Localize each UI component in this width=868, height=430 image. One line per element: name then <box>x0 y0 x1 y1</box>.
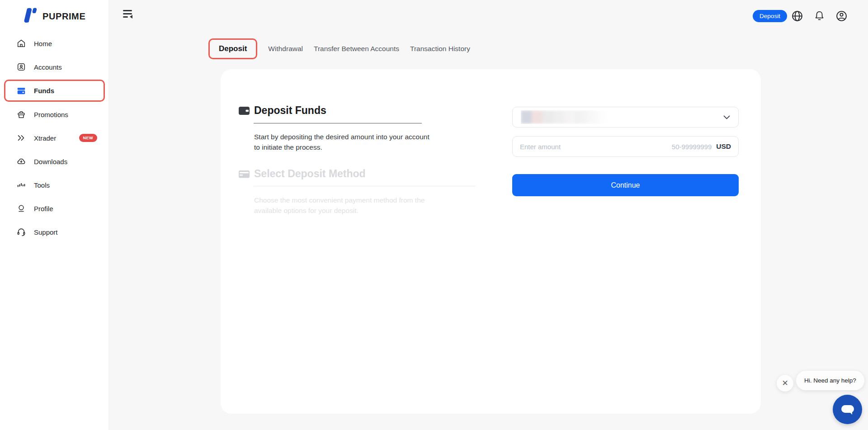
tab-withdrawal[interactable]: Withdrawal <box>268 45 303 53</box>
close-icon: ✕ <box>782 378 788 388</box>
tab-transaction-history[interactable]: Transaction History <box>410 45 470 53</box>
tab-deposit[interactable]: Deposit <box>208 38 257 59</box>
sidebar-item-tools[interactable]: Tools <box>0 173 109 197</box>
brand-logo[interactable]: PUPRIME <box>0 0 108 25</box>
sidebar-item-label: Promotions <box>34 111 68 118</box>
sidebar-item-label: Accounts <box>34 63 62 71</box>
deposit-funds-title: Deposit Funds <box>254 104 326 117</box>
downloads-icon <box>16 156 26 166</box>
amount-input[interactable] <box>520 143 667 151</box>
funds-tabs: Deposit Withdrawal Transfer Between Acco… <box>208 38 470 59</box>
chat-greeting-bubble[interactable]: Hi. Need any help? <box>796 371 864 390</box>
sidebar-item-label: Funds <box>34 87 54 95</box>
chevron-down-icon <box>723 115 730 119</box>
sidebar-item-funds[interactable]: Funds <box>4 80 105 102</box>
tools-icon <box>16 180 26 190</box>
sidebar-item-promotions[interactable]: Promotions <box>0 103 109 126</box>
currency-label: USD <box>716 142 731 151</box>
sidebar-item-profile[interactable]: Profile <box>0 197 109 220</box>
sidebar: PUPRIME Home Accou <box>0 0 109 430</box>
deposit-card: Deposit Funds Start by depositing the de… <box>221 69 761 414</box>
funds-icon <box>16 86 26 96</box>
promotions-icon <box>16 109 26 119</box>
chat-launcher-button[interactable] <box>833 395 862 424</box>
app-root: PUPRIME Home Accou <box>0 0 868 430</box>
puprime-logo-icon <box>23 7 38 25</box>
sidebar-item-accounts[interactable]: Accounts <box>0 55 109 79</box>
sidebar-item-label: Profile <box>34 205 53 213</box>
select-method-divider <box>254 186 475 186</box>
bell-icon <box>813 10 826 22</box>
brand-name: PUPRIME <box>42 11 85 22</box>
sidebar-item-downloads[interactable]: Downloads <box>0 150 109 173</box>
sidebar-item-support[interactable]: Support <box>0 220 109 244</box>
language-globe-button[interactable] <box>790 9 804 23</box>
support-icon <box>16 227 26 237</box>
sidebar-item-home[interactable]: Home <box>0 32 109 55</box>
sidebar-nav: Home Accounts <box>0 32 109 244</box>
chat-bubble-icon <box>840 403 855 416</box>
sidebar-item-label: Xtrader <box>34 134 56 142</box>
notifications-button[interactable] <box>812 9 826 23</box>
chat-dismiss-button[interactable]: ✕ <box>777 375 793 392</box>
account-select-dropdown[interactable] <box>512 107 739 128</box>
new-badge: NEW <box>79 134 98 142</box>
sidebar-item-xtrader[interactable]: Xtrader NEW <box>0 126 109 150</box>
sidebar-item-label: Home <box>34 40 52 47</box>
profile-icon <box>16 203 26 213</box>
sidebar-item-label: Downloads <box>34 158 67 165</box>
xtrader-icon <box>16 133 26 143</box>
deposit-funds-description: Start by depositing the desired amount i… <box>254 132 433 152</box>
deposit-funds-divider <box>254 123 422 123</box>
account-menu-button[interactable] <box>835 9 849 23</box>
card-icon <box>238 169 250 180</box>
select-method-description: Choose the most convenient payment metho… <box>254 195 433 216</box>
sidebar-item-label: Tools <box>34 181 50 189</box>
tab-transfer-between-accounts[interactable]: Transfer Between Accounts <box>314 45 399 53</box>
continue-button[interactable]: Continue <box>512 174 739 196</box>
avatar-icon <box>835 9 848 23</box>
select-method-title: Select Deposit Method <box>254 168 366 180</box>
home-icon <box>16 38 26 48</box>
topbar-deposit-button[interactable]: Deposit <box>753 10 787 22</box>
accounts-icon <box>16 62 26 72</box>
sidebar-item-label: Support <box>34 228 58 236</box>
wallet-icon <box>238 105 250 116</box>
amount-field: 50-99999999 USD <box>512 136 739 157</box>
globe-icon <box>791 9 804 23</box>
redacted-account-value <box>521 110 616 124</box>
amount-range-hint: 50-99999999 <box>672 143 712 151</box>
sidebar-collapse-icon[interactable] <box>123 10 133 18</box>
